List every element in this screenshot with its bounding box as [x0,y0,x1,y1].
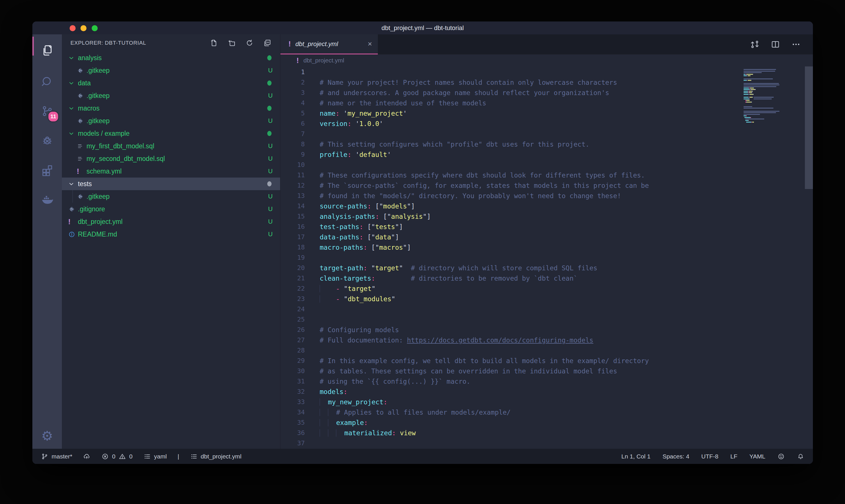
code-line-5[interactable]: 5name: 'my_new_project' [281,108,741,119]
code-line-10[interactable]: 10 [281,160,741,170]
code-line-35[interactable]: 35 example: [281,417,741,428]
code-line-29[interactable]: 29# In this example config, we tell dbt … [281,356,741,366]
tree-folder-data[interactable]: data [62,77,280,89]
tree-file--gitignore[interactable]: .gitignoreU [62,203,280,215]
status--[interactable]: | [178,453,179,460]
chevron-down-icon[interactable] [68,130,78,137]
code-line-33[interactable]: 33 my_new_project: [281,397,741,407]
minimap[interactable] [743,68,805,125]
code-line-9[interactable]: 9profile: 'default' [281,149,741,160]
code-line-19[interactable]: 19 [281,253,741,263]
activity-extensions-button[interactable] [32,160,62,180]
code-line-18[interactable]: 18macro-paths: ["macros"] [281,242,741,253]
activity-settings-button[interactable]: ⚙ [32,426,62,446]
status-yaml[interactable]: yaml [144,453,167,460]
code-line-20[interactable]: 20target-path: "target" # directory whic… [281,263,741,273]
tree-file--gitkeep[interactable]: .gitkeepU [62,89,280,102]
status-spaces-4[interactable]: Spaces: 4 [663,453,689,460]
activity-docker-button[interactable] [32,190,62,210]
minimap-line [743,105,805,105]
split-icon[interactable] [771,39,780,49]
chevron-down-icon[interactable] [68,181,78,187]
activity-explorer-button[interactable] [32,41,62,61]
code-line-12[interactable]: 12# The `source-paths` config, for examp… [281,180,741,191]
tree-folder-models-example[interactable]: models / example [62,127,280,140]
code-line-14[interactable]: 14source-paths: ["models"] [281,201,741,211]
more-actions-icon[interactable] [791,39,801,49]
code-line-15[interactable]: 15analysis-paths: ["analysis"] [281,211,741,222]
title-bar[interactable]: dbt_project.yml — dbt-tutorial [32,21,813,34]
code-line-7[interactable]: 7 [281,129,741,139]
collapse-all-icon[interactable] [263,39,272,47]
activity-search-button[interactable] [32,72,62,92]
code-line-37[interactable]: 37 [281,438,741,448]
status-bell[interactable] [797,453,804,460]
code-line-30[interactable]: 30# as tables. These settings can be ove… [281,366,741,376]
code-line-8[interactable]: 8# This setting configures which "profil… [281,139,741,149]
code-line-3[interactable]: 3# and underscores. A good package name … [281,88,741,98]
code-line-2[interactable]: 2# Name your project! Project names shou… [281,77,741,88]
code-line-17[interactable]: 17data-paths: ["data"] [281,232,741,242]
scrollbar-thumb[interactable] [805,67,813,189]
code-line-34[interactable]: 34 # Applies to all files under models/e… [281,407,741,417]
status-yaml[interactable]: YAML [749,453,766,460]
code-line-16[interactable]: 16test-paths: ["tests"] [281,222,741,232]
status-0[interactable]: 00 [102,453,132,460]
close-window-button[interactable] [70,25,76,31]
new-folder-icon[interactable] [228,39,236,47]
tree-file-dbt-project-yml[interactable]: !dbt_project.ymlU [62,215,280,228]
line-number: 8 [281,139,305,149]
tree-file-my-second-dbt-model-sql[interactable]: my_second_dbt_model.sqlU [62,152,280,165]
code-line-25[interactable]: 25 [281,314,741,325]
code-line-22[interactable]: 22 - "target" [281,284,741,294]
tab-dbt-project-yml[interactable]: ! dbt_project.yml × [281,34,378,54]
chevron-down-icon[interactable] [68,55,78,61]
minimize-window-button[interactable] [80,25,87,31]
status-smiley[interactable] [777,453,785,460]
activity-source-control-button[interactable]: 11 [32,101,62,121]
code-line-1[interactable]: 1 [281,67,741,77]
chevron-down-icon[interactable] [68,105,78,111]
tree-file--gitkeep[interactable]: .gitkeepU [62,190,280,203]
zoom-window-button[interactable] [92,25,98,31]
code-line-28[interactable]: 28 [281,345,741,356]
code-line-23[interactable]: 23 - "dbt_modules" [281,294,741,304]
status-cloud-upload[interactable] [83,453,91,460]
code-line-26[interactable]: 26# Configuring models [281,325,741,335]
compare-icon[interactable] [750,39,760,49]
vertical-scrollbar[interactable] [805,67,813,449]
code-line-21[interactable]: 21clean-targets: # directories to be rem… [281,273,741,284]
error-icon [102,453,109,460]
refresh-icon[interactable] [245,39,254,47]
code-line-27[interactable]: 27# Full documentation: https://docs.get… [281,335,741,345]
status-ln-1-col-1[interactable]: Ln 1, Col 1 [621,453,650,460]
code-editor[interactable]: 12# Name your project! Project names sho… [281,67,813,449]
tree-folder-macros[interactable]: macros [62,102,280,114]
code-line-36[interactable]: 36 materialized: view [281,428,741,438]
code-line-4[interactable]: 4# name or the intended use of these mod… [281,98,741,108]
status-master-[interactable]: master* [41,453,72,460]
tree-file-readme-md[interactable]: README.mdU [62,228,280,240]
code-line-31[interactable]: 31# using the `{{ config(...) }}` macro. [281,376,741,386]
code-line-32[interactable]: 32models: [281,386,741,397]
code-line-6[interactable]: 6version: '1.0.0' [281,119,741,129]
new-file-icon[interactable] [210,39,218,47]
code-line-13[interactable]: 13# found in the "models/" directory. Yo… [281,191,741,201]
tree-file--gitkeep[interactable]: .gitkeepU [62,64,280,77]
chevron-down-icon[interactable] [68,80,78,86]
tree-file--gitkeep[interactable]: .gitkeepU [62,114,280,127]
tree-file-my-first-dbt-model-sql[interactable]: my_first_dbt_model.sqlU [62,140,280,152]
settings-icon: ⚙ [41,429,53,443]
status-lf[interactable]: LF [731,453,738,460]
code-line-24[interactable]: 24 [281,304,741,314]
line-number: 24 [281,304,305,314]
close-tab-icon[interactable]: × [368,39,372,48]
status-utf-8[interactable]: UTF-8 [701,453,718,460]
activity-debug-button[interactable] [32,130,62,151]
code-line-11[interactable]: 11# These configurations specify where d… [281,170,741,180]
tree-file-schema-yml[interactable]: !schema.ymlU [62,165,280,178]
tree-folder-analysis[interactable]: analysis [62,52,280,64]
status-dbt-project-yml[interactable]: dbt_project.yml [190,453,241,460]
breadcrumb[interactable]: ! dbt_project.yml [281,54,813,67]
tree-folder-tests[interactable]: tests [62,178,280,190]
